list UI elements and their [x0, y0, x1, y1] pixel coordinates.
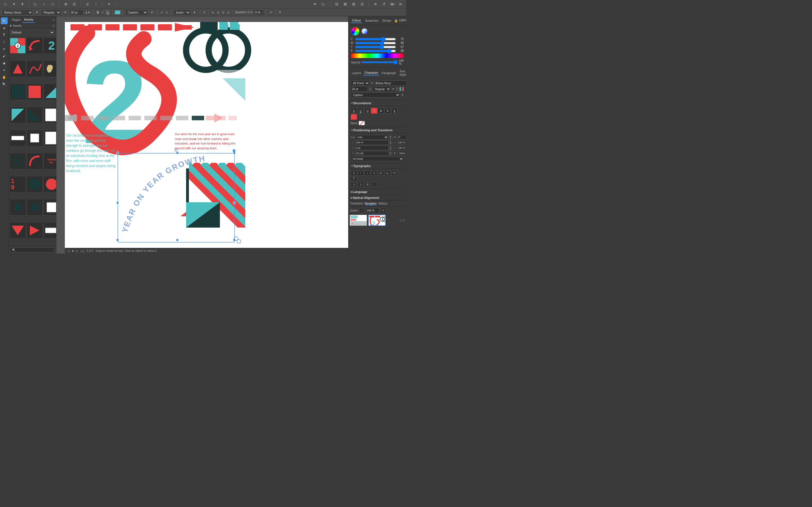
font-color-swatch2[interactable] [400, 87, 401, 91]
play-btn[interactable]: ▷ [76, 249, 79, 253]
asset-square-red[interactable] [27, 83, 43, 100]
small-caps-button[interactable]: A [160, 10, 164, 15]
asset-shape-name[interactable]: SHAPE NC. [43, 153, 56, 169]
tab-navigator[interactable]: Navigator [364, 202, 377, 205]
asset-triangle-teal[interactable] [43, 83, 56, 100]
link-icon[interactable]: ☌ [84, 1, 91, 7]
tool-pan[interactable]: ✋ [1, 74, 8, 80]
font-style-down[interactable]: ▼ [396, 89, 398, 91]
undo-button[interactable]: ↩ [269, 10, 273, 15]
asset-square-white3[interactable] [43, 130, 56, 146]
distribute-icon[interactable]: ⊠ [342, 1, 348, 7]
underline-double-btn[interactable]: U [357, 108, 364, 114]
align-right-button[interactable]: ≡ [221, 10, 225, 15]
text-color-swatch[interactable] [115, 10, 120, 14]
tool-brush[interactable]: 🖌 [1, 53, 8, 59]
arrange-icon[interactable]: ≋ [372, 1, 378, 7]
typo-grid1-btn[interactable]: ⌸ [351, 182, 357, 187]
decorations-section-header[interactable]: ▼ Decorations [349, 100, 406, 106]
text-style-arrow-right[interactable]: ▼ [401, 94, 404, 96]
positioning-section-header[interactable]: ▼ Positioning and Transform [349, 127, 406, 133]
align-center-button[interactable]: ≡ [216, 10, 220, 15]
asset-square-med[interactable] [27, 130, 43, 146]
typo-tt2-btn[interactable]: T̈ [351, 176, 357, 181]
size-down[interactable]: ▼ [389, 153, 392, 156]
typo-more-btn[interactable]: ... [371, 182, 377, 187]
scale-h-up[interactable]: ▲ [389, 140, 392, 143]
zoom-out-btn[interactable]: - [359, 208, 364, 213]
align-icon[interactable]: ⊟ [334, 1, 340, 7]
font-style-arrow-icon[interactable]: ▼ [62, 9, 68, 15]
font-style-arrow[interactable]: ▼ [392, 88, 395, 91]
pen-icon[interactable]: ✒ [312, 1, 318, 7]
panel-menu-button[interactable]: ≡ [52, 18, 54, 22]
tab-text-styles[interactable]: Text Styles [398, 69, 406, 77]
colour-mode-btn[interactable]: CMYK [399, 19, 406, 22]
asset-square-white[interactable] [43, 107, 56, 123]
tab-layers[interactable]: Layers [351, 71, 362, 75]
offset-down[interactable]: ▼ [389, 148, 392, 150]
baseline-input[interactable] [254, 10, 264, 15]
typo-tt-btn[interactable]: TT [391, 171, 398, 176]
asset-curve-dark[interactable] [27, 153, 43, 169]
font-size-field[interactable] [351, 87, 368, 92]
tool-pointer-icon[interactable]: ◇ [2, 1, 8, 7]
font-color-swatch3[interactable] [402, 87, 404, 91]
asset-circle-x[interactable] [10, 153, 26, 169]
arrow-icon[interactable]: ▷ [320, 1, 326, 7]
strikethrough-btn[interactable]: S [378, 108, 384, 114]
text-style-arrow[interactable]: ▼ [149, 9, 155, 15]
t2-input[interactable] [397, 146, 406, 150]
strikethrough-double-btn[interactable]: S̈ [385, 108, 391, 114]
asset-crescent[interactable] [43, 61, 56, 77]
scale-t-input[interactable] [397, 140, 406, 145]
asset-circle-small-dark[interactable] [10, 199, 26, 216]
thumb-page2[interactable]: 2 [368, 215, 386, 226]
tab-pages[interactable]: Pages [10, 16, 22, 23]
typo-sub-btn[interactable]: Sₐ [385, 171, 391, 176]
k-slider[interactable] [355, 50, 396, 52]
expand-icon[interactable] [10, 24, 12, 27]
tool-node[interactable]: ◈ [1, 24, 8, 31]
play-icon[interactable]: ▷ [33, 1, 39, 7]
typo-grid2-btn[interactable]: ⌹ [357, 182, 364, 187]
asset-squiggle[interactable] [27, 61, 43, 77]
dots-icon[interactable]: ⋮ [93, 1, 99, 7]
font-size-input[interactable] [69, 10, 84, 15]
typo-sa-btn[interactable]: Sᵃ [378, 171, 384, 176]
asset-square-sm-white[interactable] [43, 199, 56, 216]
offset-up[interactable]: ▲ [389, 146, 392, 148]
canvas[interactable]: 2 [65, 22, 348, 248]
text-style-field[interactable]: Caption [351, 93, 400, 98]
font-style-field[interactable]: Regular [373, 87, 391, 92]
subscript-button[interactable]: a [165, 10, 168, 15]
m-slider[interactable] [355, 42, 396, 44]
tool-text[interactable]: T [1, 32, 8, 38]
optical-alignment-section-header[interactable]: ▶ Optical Alignment [349, 195, 406, 201]
ligature-button[interactable]: fi [278, 10, 282, 15]
pos-mode-down[interactable]: ▼ [389, 137, 392, 139]
tool-fill[interactable]: ◉ [1, 60, 8, 66]
typo-fi-btn[interactable]: fi [351, 171, 357, 176]
tab-character[interactable]: Character [363, 70, 379, 75]
show-chars-button[interactable]: ¶ [202, 10, 206, 15]
typo-a-btn[interactable]: ᵃ [357, 171, 364, 176]
assets-menu-btn[interactable]: ≡ [52, 24, 54, 27]
rotation-input[interactable] [397, 135, 406, 139]
thumb-menu[interactable]: ≡ [403, 218, 405, 222]
asset-triangle-right-red[interactable] [27, 222, 43, 238]
zoom-in-btn[interactable]: + [380, 208, 386, 213]
font-family-arrow-icon[interactable]: ▼ [34, 9, 40, 15]
asset-circle-solid-dark[interactable] [27, 176, 43, 192]
export-icon[interactable]: ⊳ [398, 1, 404, 7]
no-break-select[interactable]: No break [351, 157, 404, 161]
all-fonts-arrow[interactable]: ▼ [371, 82, 373, 84]
asset-square-dark[interactable] [10, 83, 26, 100]
align-left-button[interactable]: ≡ [211, 10, 215, 15]
font-size-up[interactable]: ▲ [369, 87, 371, 89]
italic-button[interactable]: I [101, 10, 104, 15]
colour-wheel-icon[interactable] [351, 27, 360, 36]
font-style-up[interactable]: ▲ [396, 87, 398, 89]
opacity-slider[interactable] [361, 61, 398, 63]
pos-mode-up[interactable]: ▲ [389, 135, 392, 137]
